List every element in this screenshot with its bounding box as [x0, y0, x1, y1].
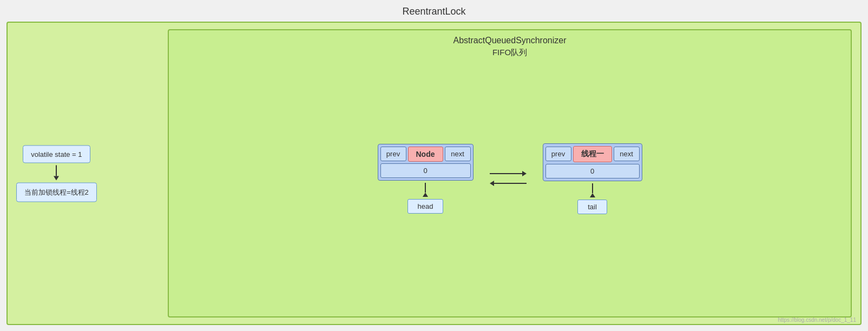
node2-bottom: 0	[545, 164, 640, 178]
node1-arrow-up-line	[425, 183, 426, 193]
fifo-label: FIFO队列	[177, 48, 842, 58]
node1-center: Node	[408, 147, 443, 162]
reentrant-lock-box: volatile state = 1 当前加锁线程=线程2 AbstractQu…	[6, 22, 862, 325]
fifo-area: prev Node next 0 head	[177, 62, 842, 311]
node2-prev: prev	[545, 147, 571, 161]
node2-center: 线程一	[573, 146, 612, 162]
node1-arrow-up	[423, 183, 428, 197]
node2-outer: prev 线程一 next 0	[543, 143, 642, 181]
arrow-left	[490, 181, 527, 186]
node1-next: next	[445, 147, 471, 161]
arrow-right-head	[522, 171, 527, 176]
arrow-down	[54, 165, 59, 180]
aqs-title: AbstractQueuedSynchronizer	[177, 36, 842, 45]
page-wrapper: ReentrantLock volatile state = 1 当前加锁线程=…	[6, 6, 862, 325]
node2-arrow-up-head	[590, 193, 595, 197]
node2-top-row: prev 线程一 next	[545, 146, 640, 162]
node1-top-row: prev Node next	[380, 147, 471, 162]
watermark: https://blog.csdn.net/p/doc_1_11	[778, 317, 856, 323]
nodes-row: prev Node next 0 head	[378, 143, 642, 214]
node2-arrow-up	[590, 183, 595, 197]
node2-with-pointer: prev 线程一 next 0 tail	[543, 143, 642, 214]
tail-label: tail	[577, 200, 607, 214]
node1-outer: prev Node next 0	[378, 144, 474, 181]
current-lock-box: 当前加锁线程=线程2	[16, 182, 97, 202]
h-arrow-container	[490, 171, 527, 186]
node1-prev: prev	[380, 147, 406, 161]
node1-arrow-up-head	[423, 193, 428, 197]
node2-arrow-up-line	[592, 183, 593, 193]
arrow-down-head	[54, 176, 59, 180]
aqs-box: AbstractQueuedSynchronizer FIFO队列 prev N…	[168, 29, 852, 317]
node1-bottom: 0	[380, 163, 471, 178]
state-box: volatile state = 1	[23, 145, 90, 163]
node1-with-pointer: prev Node next 0 head	[378, 144, 474, 214]
head-label: head	[407, 199, 444, 214]
arrow-left-line	[494, 183, 527, 184]
arrow-right	[490, 171, 527, 176]
arrow-left-head	[490, 181, 494, 186]
arrow-down-line	[56, 165, 57, 176]
arrow-right-line	[490, 173, 522, 174]
left-side: volatile state = 1 当前加锁线程=线程2	[16, 145, 97, 202]
page-title: ReentrantLock	[402, 6, 465, 17]
node2-next: next	[614, 147, 640, 161]
